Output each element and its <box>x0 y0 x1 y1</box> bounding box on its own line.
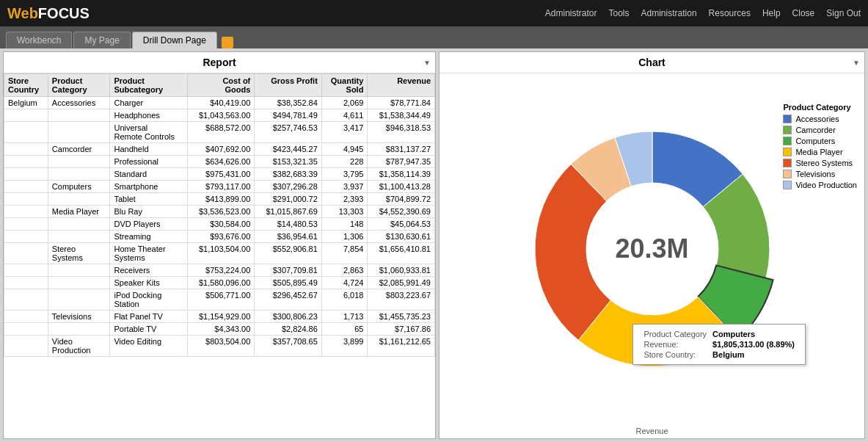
nav-resources[interactable]: Resources <box>709 8 751 18</box>
table-row: Professional $634,626.00 $153,321.35 228… <box>4 156 435 168</box>
cell-subcategory: Charger <box>110 97 187 109</box>
col-cost: Cost ofGoods <box>187 74 255 97</box>
legend-item-computers[interactable]: Computers <box>783 137 857 145</box>
logo-focus: FOCUS <box>38 5 90 21</box>
col-profit: Gross Profit <box>255 74 322 97</box>
cell-cost: $1,103,504.00 <box>187 243 255 264</box>
legend-item-camcorder[interactable]: Camcorder <box>783 126 857 134</box>
cell-revenue: $1,100,413.28 <box>368 181 435 193</box>
cell-cost: $3,536,523.00 <box>187 206 255 218</box>
table-row: Belgium Accessories Charger $40,419.00 $… <box>4 97 435 109</box>
chart-header: Chart ▼ <box>440 52 864 73</box>
nav-administrator[interactable]: Administrator <box>545 8 597 18</box>
cell-country <box>4 168 48 181</box>
table-row: Headphones $1,043,563.00 $494,781.49 4,6… <box>4 109 435 122</box>
nav-links: Administrator Tools Administration Resou… <box>545 8 861 18</box>
legend-color-2 <box>783 137 792 145</box>
nav-close[interactable]: Close <box>792 8 815 18</box>
cell-revenue: $803,223.67 <box>368 289 435 311</box>
cell-cost: $688,572.00 <box>187 122 255 143</box>
cell-revenue: $1,161,212.65 <box>368 336 435 357</box>
tab-mypage[interactable]: My Page <box>73 32 130 48</box>
table-row: DVD Players $30,584.00 $14,480.53 148 $4… <box>4 218 435 231</box>
legend-label-4: Stereo Systems <box>795 159 853 167</box>
cell-cost: $40,419.00 <box>187 97 255 109</box>
nav-help[interactable]: Help <box>762 8 781 18</box>
cell-revenue: $704,899.72 <box>368 193 435 206</box>
col-revenue: Revenue <box>368 74 435 97</box>
cell-subcategory: Headphones <box>110 109 187 122</box>
cell-revenue: $130,630.61 <box>368 231 435 243</box>
report-table: StoreCountry ProductCategory ProductSubc… <box>4 73 435 357</box>
tooltip-category-label: Product Category <box>641 329 710 339</box>
cell-country <box>4 323 48 336</box>
col-category: ProductCategory <box>48 74 110 97</box>
cell-country <box>4 193 48 206</box>
cell-cost: $1,043,563.00 <box>187 109 255 122</box>
table-row: Computers Smartphone $793,117.00 $307,29… <box>4 181 435 193</box>
cell-profit: $382,683.39 <box>255 168 322 181</box>
legend-color-5 <box>783 170 792 178</box>
cell-category <box>48 264 110 277</box>
cell-profit: $423,445.27 <box>255 143 322 156</box>
cell-profit: $307,709.81 <box>255 264 322 277</box>
report-header: Report ▼ <box>4 52 435 73</box>
cell-country <box>4 231 48 243</box>
cell-cost: $975,431.00 <box>187 168 255 181</box>
cell-cost: $1,580,096.00 <box>187 277 255 289</box>
chart-tooltip: Product Category Computers Revenue: $1,8… <box>632 324 806 365</box>
cell-subcategory: Tablet <box>110 193 187 206</box>
cell-revenue: $1,455,735.23 <box>368 311 435 323</box>
cell-subcategory: Flat Panel TV <box>110 311 187 323</box>
legend-color-3 <box>783 148 792 156</box>
cell-country <box>4 181 48 193</box>
nav-signout[interactable]: Sign Out <box>826 8 861 18</box>
legend-color-4 <box>783 159 792 167</box>
cell-cost: $634,626.00 <box>187 156 255 168</box>
cell-revenue: $1,060,933.81 <box>368 264 435 277</box>
nav-tools[interactable]: Tools <box>609 8 630 18</box>
cell-country <box>4 206 48 218</box>
report-panel: Report ▼ StoreCountry ProductCategory Pr… <box>3 51 436 439</box>
top-nav: WebFOCUS Administrator Tools Administrat… <box>0 0 868 26</box>
legend-item-accessories[interactable]: Accessories <box>783 115 857 123</box>
tab-bar: Workbench My Page Drill Down Page <box>0 26 868 48</box>
tab-workbench[interactable]: Workbench <box>6 32 72 48</box>
cell-qty: 3,937 <box>321 181 368 193</box>
cell-qty: 4,611 <box>321 109 368 122</box>
tab-icon <box>222 37 233 48</box>
cell-qty: 13,303 <box>321 206 368 218</box>
cell-country <box>4 336 48 357</box>
chart-scroll-arrow[interactable]: ▼ <box>853 59 860 67</box>
main-content: Report ▼ StoreCountry ProductCategory Pr… <box>0 48 868 442</box>
tooltip-revenue-value: $1,805,313.00 (8.89%) <box>710 339 798 349</box>
tooltip-row-category: Product Category Computers <box>641 329 798 339</box>
report-scroll-arrow[interactable]: ▼ <box>423 59 431 67</box>
cell-qty: 4,724 <box>321 277 368 289</box>
cell-category: VideoProduction <box>48 336 110 357</box>
cell-qty: 1,713 <box>321 311 368 323</box>
cell-qty: 3,417 <box>321 122 368 143</box>
report-table-container[interactable]: StoreCountry ProductCategory ProductSubc… <box>4 73 435 438</box>
nav-administration[interactable]: Administration <box>641 8 697 18</box>
cell-profit: $257,746.53 <box>255 122 322 143</box>
cell-profit: $38,352.84 <box>255 97 322 109</box>
cell-category <box>48 277 110 289</box>
cell-cost: $506,771.00 <box>187 289 255 311</box>
cell-country <box>4 143 48 156</box>
cell-country <box>4 277 48 289</box>
legend-item-stereo-systems[interactable]: Stereo Systems <box>783 159 857 167</box>
tab-drilldown[interactable]: Drill Down Page <box>132 32 217 48</box>
cell-qty: 148 <box>321 218 368 231</box>
legend-item-televisions[interactable]: Televisions <box>783 170 857 178</box>
cell-profit: $153,321.35 <box>255 156 322 168</box>
table-row: Speaker Kits $1,580,096.00 $505,895.49 4… <box>4 277 435 289</box>
cell-profit: $36,954.61 <box>255 231 322 243</box>
cell-subcategory: iPod DockingStation <box>110 289 187 311</box>
legend-color-6 <box>783 181 792 189</box>
legend-item-video-production[interactable]: Video Production <box>783 181 857 189</box>
report-title: Report <box>203 57 236 68</box>
cell-subcategory: DVD Players <box>110 218 187 231</box>
cell-cost: $30,584.00 <box>187 218 255 231</box>
legend-item-media-player[interactable]: Media Player <box>783 148 857 156</box>
